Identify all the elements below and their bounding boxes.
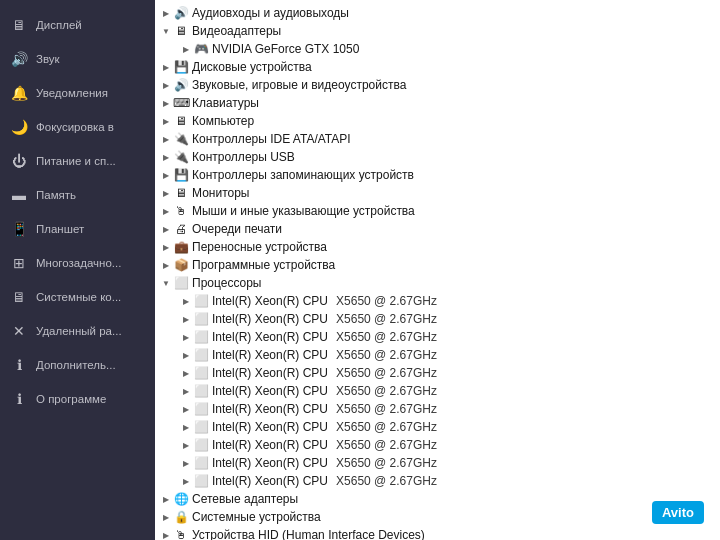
sidebar-item-display[interactable]: 🖥 Дисплей (0, 8, 155, 42)
tree-expander[interactable]: ▶ (159, 5, 173, 21)
tree-item[interactable]: ▶ 🖨 Очереди печати (155, 220, 720, 238)
tree-item-icon: ⬜ (173, 275, 189, 291)
tree-expander[interactable]: ▶ (159, 149, 173, 165)
tree-item-label: Intel(R) Xeon(R) CPUX5650 @ 2.67GHz (212, 348, 437, 362)
tree-expander[interactable]: ▶ (179, 365, 193, 381)
tree-expander[interactable]: ▶ (179, 41, 193, 57)
tree-item-label: Мониторы (192, 186, 249, 200)
tree-expander[interactable]: ▶ (159, 77, 173, 93)
tree-expander[interactable]: ▶ (159, 131, 173, 147)
cpu-extra: X5650 @ 2.67GHz (336, 402, 437, 416)
tree-item-icon: 🖥 (173, 23, 189, 39)
tree-expander[interactable]: ▶ (159, 185, 173, 201)
tree-item[interactable]: ▶ ⬜ Intel(R) Xeon(R) CPUX5650 @ 2.67GHz (155, 436, 720, 454)
tree-item[interactable]: ▼ 🖥 Видеоадаптеры (155, 22, 720, 40)
tree-item[interactable]: ▼ ⬜ Процессоры (155, 274, 720, 292)
tree-item-icon: 🌐 (173, 491, 189, 507)
tree-item[interactable]: ▶ 💾 Контроллеры запоминающих устройств (155, 166, 720, 184)
sidebar-item-multitask[interactable]: ⊞ Многозадачно... (0, 246, 155, 280)
device-tree[interactable]: ▶ 🔊 Аудиовходы и аудиовыходы ▼ 🖥 Видеоад… (155, 0, 720, 540)
sidebar-item-tablet[interactable]: 📱 Планшет (0, 212, 155, 246)
sidebar-label-power: Питание и сп... (36, 155, 116, 167)
avito-badge: Avito (652, 501, 704, 524)
tree-expander[interactable]: ▶ (159, 221, 173, 237)
tree-expander[interactable]: ▶ (159, 257, 173, 273)
tree-expander[interactable]: ▶ (179, 473, 193, 489)
sidebar-item-additional[interactable]: ℹ Дополнитель... (0, 348, 155, 382)
sidebar-label-about: О программе (36, 393, 106, 405)
tree-item[interactable]: ▶ 🖥 Мониторы (155, 184, 720, 202)
tree-expander[interactable]: ▼ (159, 275, 173, 291)
sidebar: 🖥 Дисплей 🔊 Звук 🔔 Уведомления 🌙 Фокусир… (0, 0, 155, 540)
tree-item-label: Системные устройства (192, 510, 321, 524)
tree-item[interactable]: ▶ 💼 Переносные устройства (155, 238, 720, 256)
tree-item[interactable]: ▶ 🔌 Контроллеры IDE ATA/ATAPI (155, 130, 720, 148)
tree-item[interactable]: ▶ 🔊 Звуковые, игровые и видеоустройства (155, 76, 720, 94)
sidebar-item-focus[interactable]: 🌙 Фокусировка в (0, 110, 155, 144)
sidebar-icon-about: ℹ (10, 390, 28, 408)
tree-expander[interactable]: ▶ (159, 527, 173, 540)
tree-item[interactable]: ▶ ⬜ Intel(R) Xeon(R) CPUX5650 @ 2.67GHz (155, 310, 720, 328)
sidebar-item-about[interactable]: ℹ О программе (0, 382, 155, 416)
tree-item[interactable]: ▶ ⬜ Intel(R) Xeon(R) CPUX5650 @ 2.67GHz (155, 418, 720, 436)
sidebar-item-power[interactable]: ⏻ Питание и сп... (0, 144, 155, 178)
tree-item[interactable]: ▶ ⌨ Клавиатуры (155, 94, 720, 112)
tree-expander[interactable]: ▶ (159, 113, 173, 129)
tree-item-icon: ⬜ (193, 419, 209, 435)
tree-expander[interactable]: ▶ (179, 419, 193, 435)
tree-item-label: Переносные устройства (192, 240, 327, 254)
tree-item[interactable]: ▶ 🎮 NVIDIA GeForce GTX 1050 (155, 40, 720, 58)
sidebar-item-sound[interactable]: 🔊 Звук (0, 42, 155, 76)
tree-expander[interactable]: ▼ (159, 23, 173, 39)
tree-expander[interactable]: ▶ (179, 311, 193, 327)
tree-expander[interactable]: ▶ (179, 329, 193, 345)
tree-item[interactable]: ▶ ⬜ Intel(R) Xeon(R) CPUX5650 @ 2.67GHz (155, 346, 720, 364)
tree-item-icon: ⬜ (193, 365, 209, 381)
tree-item-label: Intel(R) Xeon(R) CPUX5650 @ 2.67GHz (212, 438, 437, 452)
tree-item-label: Сетевые адаптеры (192, 492, 298, 506)
tree-expander[interactable]: ▶ (159, 95, 173, 111)
tree-expander[interactable]: ▶ (159, 59, 173, 75)
tree-item-icon: 💾 (173, 59, 189, 75)
tree-expander[interactable]: ▶ (179, 383, 193, 399)
tree-item[interactable]: ▶ ⬜ Intel(R) Xeon(R) CPUX5650 @ 2.67GHz (155, 364, 720, 382)
tree-expander[interactable]: ▶ (179, 401, 193, 417)
tree-item-icon: ⬜ (193, 437, 209, 453)
tree-item[interactable]: ▶ 🔌 Контроллеры USB (155, 148, 720, 166)
sidebar-item-notifications[interactable]: 🔔 Уведомления (0, 76, 155, 110)
main-content: ▶ 🔊 Аудиовходы и аудиовыходы ▼ 🖥 Видеоад… (155, 0, 720, 540)
tree-item[interactable]: ▶ 🔒 Системные устройства (155, 508, 720, 526)
sidebar-item-sysnotify[interactable]: 🖥 Системные ко... (0, 280, 155, 314)
sidebar-item-memory[interactable]: ▬ Память (0, 178, 155, 212)
sidebar-icon-additional: ℹ (10, 356, 28, 374)
tree-item[interactable]: ▶ 💾 Дисковые устройства (155, 58, 720, 76)
sidebar-label-sysnotify: Системные ко... (36, 291, 121, 303)
tree-expander[interactable]: ▶ (179, 347, 193, 363)
tree-item[interactable]: ▶ ⬜ Intel(R) Xeon(R) CPUX5650 @ 2.67GHz (155, 382, 720, 400)
tree-item[interactable]: ▶ 🖥 Компьютер (155, 112, 720, 130)
tree-item[interactable]: ▶ ⬜ Intel(R) Xeon(R) CPUX5650 @ 2.67GHz (155, 454, 720, 472)
sidebar-item-remote[interactable]: ✕ Удаленный ра... (0, 314, 155, 348)
tree-expander[interactable]: ▶ (159, 167, 173, 183)
tree-item[interactable]: ▶ 🔊 Аудиовходы и аудиовыходы (155, 4, 720, 22)
tree-expander[interactable]: ▶ (179, 293, 193, 309)
tree-expander[interactable]: ▶ (179, 437, 193, 453)
tree-item[interactable]: ▶ ⬜ Intel(R) Xeon(R) CPUX5650 @ 2.67GHz (155, 328, 720, 346)
tree-item-icon: ⬜ (193, 383, 209, 399)
tree-item[interactable]: ▶ 📦 Программные устройства (155, 256, 720, 274)
tree-item[interactable]: ▶ 🖱 Мыши и иные указывающие устройства (155, 202, 720, 220)
tree-item[interactable]: ▶ ⬜ Intel(R) Xeon(R) CPUX5650 @ 2.67GHz (155, 292, 720, 310)
sidebar-icon-focus: 🌙 (10, 118, 28, 136)
tree-item[interactable]: ▶ ⬜ Intel(R) Xeon(R) CPUX5650 @ 2.67GHz (155, 472, 720, 490)
tree-expander[interactable]: ▶ (159, 509, 173, 525)
tree-item-label: Мыши и иные указывающие устройства (192, 204, 415, 218)
tree-item[interactable]: ▶ ⬜ Intel(R) Xeon(R) CPUX5650 @ 2.67GHz (155, 400, 720, 418)
cpu-extra: X5650 @ 2.67GHz (336, 312, 437, 326)
tree-expander[interactable]: ▶ (179, 455, 193, 471)
tree-item[interactable]: ▶ 🌐 Сетевые адаптеры (155, 490, 720, 508)
tree-expander[interactable]: ▶ (159, 491, 173, 507)
tree-expander[interactable]: ▶ (159, 239, 173, 255)
tree-item[interactable]: ▶ 🖱 Устройства HID (Human Interface Devi… (155, 526, 720, 540)
tree-expander[interactable]: ▶ (159, 203, 173, 219)
sidebar-icon-tablet: 📱 (10, 220, 28, 238)
